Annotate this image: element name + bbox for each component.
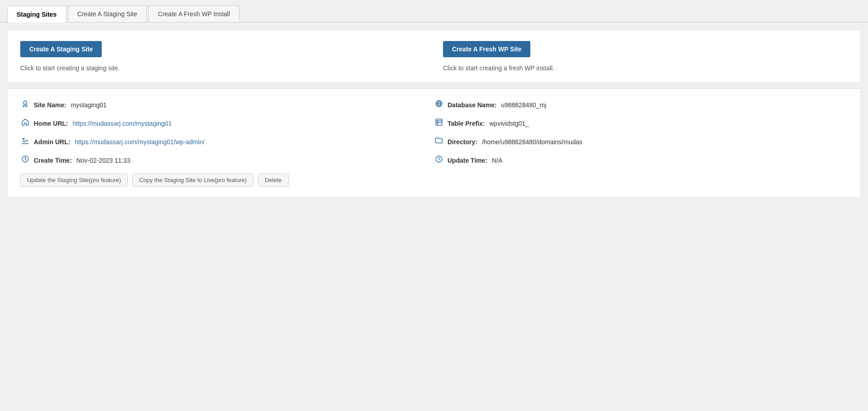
update-time-label: Update Time: — [448, 157, 487, 164]
tab-staging-sites[interactable]: Staging Sites — [7, 6, 66, 23]
delete-button[interactable]: Delete — [258, 174, 289, 187]
main-content: Create A Staging Site Click to start cre… — [0, 23, 868, 205]
create-staging-button[interactable]: Create A Staging Site — [20, 41, 102, 57]
globe-icon — [434, 100, 444, 110]
update-clock-icon — [434, 155, 444, 165]
database-name-label: Database Name: — [448, 101, 497, 109]
action-buttons: Update the Staging Site(pro feature) Cop… — [20, 174, 425, 187]
info-grid: Site Name: mystaging01 Home URL: https:/… — [20, 100, 848, 187]
table-prefix-label: Table Prefix: — [448, 120, 485, 127]
directory-row: Directory: /home/u988628480/domains/muda… — [434, 137, 839, 147]
site-name-row: Site Name: mystaging01 — [20, 100, 425, 110]
database-name-row: Database Name: u988628480_mj — [434, 100, 839, 110]
update-time-value: N/A — [492, 157, 502, 164]
actions-card: Create A Staging Site Click to start cre… — [7, 30, 861, 83]
tabs-bar: Staging Sites Create A Staging Site Crea… — [0, 0, 868, 23]
table-icon — [434, 118, 444, 128]
table-prefix-row: Table Prefix: wpvividstg01_ — [434, 118, 839, 128]
site-name-label: Site Name: — [34, 101, 66, 109]
create-staging-col: Create A Staging Site Click to start cre… — [20, 41, 425, 72]
folder-icon — [434, 137, 444, 147]
directory-label: Directory: — [448, 138, 477, 146]
create-fresh-button[interactable]: Create A Fresh WP Site — [443, 41, 530, 57]
create-fresh-col: Create A Fresh WP Site Click to start cr… — [443, 41, 848, 72]
home-url-label: Home URL: — [34, 120, 68, 127]
directory-value: /home/u988628480/domains/mudas — [482, 138, 582, 146]
create-time-value: Nov-02-2023 11:33 — [77, 157, 131, 164]
update-time-row: Update Time: N/A — [434, 155, 839, 165]
create-fresh-description: Click to start creating a fresh WP insta… — [443, 64, 848, 72]
site-name-value: mystaging01 — [71, 101, 106, 109]
admin-url-label: Admin URL: — [34, 138, 70, 146]
home-url-row: Home URL: https://mudassarj.com/mystagin… — [20, 118, 425, 128]
create-time-row: Create Time: Nov-02-2023 11:33 — [20, 155, 425, 165]
update-staging-button[interactable]: Update the Staging Site(pro feature) — [20, 174, 128, 187]
admin-url-link[interactable]: https://mudassarj.com/mystaging01/wp-adm… — [75, 138, 205, 146]
table-prefix-value: wpvividstg01_ — [489, 120, 529, 127]
site-info-card: Site Name: mystaging01 Home URL: https:/… — [7, 88, 861, 198]
info-right-col: Database Name: u988628480_mj Table Prefi… — [434, 100, 848, 187]
home-url-link[interactable]: https://mudassarj.com/mystaging01 — [72, 120, 172, 127]
admin-url-row: Admin URL: https://mudassarj.com/mystagi… — [20, 137, 425, 147]
award-icon — [20, 100, 30, 110]
svg-point-0 — [23, 101, 27, 105]
home-icon — [20, 118, 30, 128]
tab-create-staging[interactable]: Create A Staging Site — [68, 5, 147, 22]
info-left-col: Site Name: mystaging01 Home URL: https:/… — [20, 100, 434, 187]
database-name-value: u988628480_mj — [501, 101, 546, 109]
create-staging-description: Click to start creating a staging site. — [20, 64, 425, 72]
actions-card-row: Create A Staging Site Click to start cre… — [20, 41, 848, 72]
copy-to-live-button[interactable]: Copy the Staging Site to Live(pro featur… — [132, 174, 253, 187]
create-time-label: Create Time: — [34, 157, 72, 164]
admin-icon — [20, 137, 30, 147]
clock-icon — [20, 155, 30, 165]
svg-point-1 — [23, 138, 24, 140]
tab-fresh-wp[interactable]: Create A Fresh WP Install — [149, 5, 240, 22]
